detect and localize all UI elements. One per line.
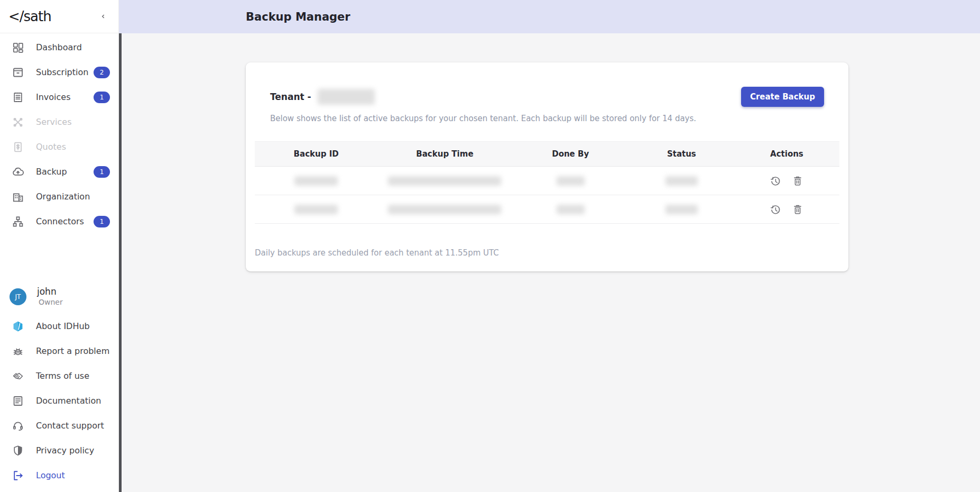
- sidebar-item-contact-support[interactable]: Contact support: [0, 413, 118, 438]
- dashboard-icon: [12, 41, 24, 54]
- sidebar-item-privacy-policy[interactable]: Privacy policy: [0, 438, 118, 463]
- sidebar-collapse-button[interactable]: [97, 11, 109, 22]
- sidebar-item-label: Backup: [36, 167, 67, 177]
- backup-cloud-icon: [12, 166, 24, 178]
- restore-history-icon: [770, 175, 781, 187]
- tenant-name-redacted: [318, 89, 375, 105]
- backups-table: Backup ID Backup Time Done By Status Act…: [255, 141, 839, 224]
- handshake-icon: [12, 370, 24, 382]
- user-role: Owner: [39, 298, 63, 306]
- trash-icon: [792, 204, 803, 215]
- bug-icon: [12, 345, 24, 358]
- column-header-backup-id: Backup ID: [255, 149, 377, 159]
- backup-time-redacted: [388, 176, 501, 186]
- backup-schedule-note: Daily backups are scheduled for each ten…: [255, 248, 839, 258]
- status-redacted: [665, 205, 698, 214]
- sidebar-item-label: Services: [36, 117, 71, 127]
- column-header-actions: Actions: [734, 149, 839, 159]
- sidebar-item-about-idhub[interactable]: About IDHub: [0, 314, 118, 339]
- subscription-icon: [12, 66, 24, 79]
- sidebar-item-dashboard[interactable]: Dashboard: [0, 35, 118, 60]
- sidebar-item-quotes: Quotes: [0, 134, 118, 159]
- user-block[interactable]: JT john Owner: [0, 286, 118, 306]
- app-window: </sath Dashboard Subscription 2: [0, 0, 980, 492]
- connectors-icon: [12, 215, 24, 228]
- card-description: Below shows the list of active backups f…: [246, 107, 848, 123]
- sidebar-item-logout[interactable]: Logout: [0, 463, 118, 488]
- topbar: Backup Manager: [119, 0, 980, 33]
- user-name: john: [37, 286, 63, 297]
- sidebar-item-label: Privacy policy: [36, 445, 94, 455]
- invoices-icon: [12, 91, 24, 104]
- idhub-hexagon-icon: [12, 320, 24, 333]
- sidebar-item-label: Contact support: [36, 421, 104, 431]
- sidebar: </sath Dashboard Subscription 2: [0, 0, 119, 492]
- connectors-badge: 1: [94, 216, 110, 227]
- quotes-icon: [12, 141, 24, 153]
- done-by-redacted: [557, 176, 585, 186]
- logout-icon: [12, 469, 24, 482]
- restore-backup-button[interactable]: [768, 174, 783, 188]
- done-by-redacted: [557, 205, 585, 214]
- sidebar-item-backup[interactable]: Backup 1: [0, 159, 118, 184]
- main-area: Backup Manager Tenant - Create Backup Be…: [119, 0, 980, 492]
- sidebar-item-label: Subscription: [36, 67, 88, 77]
- status-redacted: [665, 176, 698, 186]
- backup-id-redacted: [294, 205, 338, 214]
- sidebar-item-label: Invoices: [36, 92, 71, 102]
- table-row: [255, 167, 839, 195]
- shield-icon: [12, 444, 24, 457]
- sath-logo-text: </sath: [8, 8, 51, 24]
- table-row: [255, 195, 839, 224]
- sidebar-item-report-problem[interactable]: Report a problem: [0, 339, 118, 363]
- sath-logo: </sath: [8, 8, 51, 24]
- services-icon: [12, 116, 24, 129]
- sidebar-item-terms[interactable]: Terms of use: [0, 363, 118, 388]
- sidebar-item-label: Organization: [36, 192, 90, 202]
- trash-icon: [792, 175, 803, 187]
- subscription-badge: 2: [94, 67, 110, 78]
- sidebar-item-label: Quotes: [36, 142, 66, 152]
- sidebar-header: </sath: [0, 0, 118, 33]
- column-header-status: Status: [629, 149, 734, 159]
- sidebar-item-label: About IDHub: [36, 321, 90, 331]
- backup-time-redacted: [388, 205, 501, 214]
- delete-backup-button[interactable]: [790, 174, 805, 188]
- sidebar-item-invoices[interactable]: Invoices 1: [0, 85, 118, 110]
- sidebar-scrollbar[interactable]: [119, 33, 122, 492]
- backup-manager-card: Tenant - Create Backup Below shows the l…: [246, 62, 848, 271]
- sidebar-item-services: Services: [0, 110, 118, 134]
- invoices-badge: 1: [94, 92, 110, 103]
- tenant-label: Tenant -: [270, 92, 311, 102]
- tenant-title: Tenant -: [270, 89, 375, 105]
- sidebar-nav: Dashboard Subscription 2 Invoices 1: [0, 33, 118, 234]
- backup-id-redacted: [294, 176, 338, 186]
- organization-icon: [12, 190, 24, 203]
- sidebar-footer: About IDHub Report a problem Terms of us…: [0, 314, 118, 492]
- restore-backup-button[interactable]: [768, 202, 783, 217]
- sidebar-item-documentation[interactable]: Documentation: [0, 388, 118, 413]
- column-header-backup-time: Backup Time: [377, 149, 512, 159]
- sidebar-item-organization[interactable]: Organization: [0, 184, 118, 209]
- restore-history-icon: [770, 204, 781, 215]
- sidebar-item-connectors[interactable]: Connectors 1: [0, 209, 118, 234]
- card-header: Tenant - Create Backup: [246, 62, 848, 107]
- sidebar-item-label: Documentation: [36, 396, 101, 406]
- column-header-done-by: Done By: [512, 149, 629, 159]
- table-header-row: Backup ID Backup Time Done By Status Act…: [255, 141, 839, 167]
- delete-backup-button[interactable]: [790, 202, 805, 217]
- document-icon: [12, 395, 24, 407]
- headset-icon: [12, 420, 24, 432]
- create-backup-button[interactable]: Create Backup: [741, 87, 824, 107]
- page-title: Backup Manager: [246, 11, 350, 23]
- sidebar-item-label: Report a problem: [36, 346, 109, 356]
- sidebar-item-label: Logout: [36, 470, 65, 480]
- content-area: Tenant - Create Backup Below shows the l…: [119, 33, 980, 492]
- sidebar-item-label: Dashboard: [36, 42, 82, 52]
- sidebar-item-subscription[interactable]: Subscription 2: [0, 60, 118, 85]
- sidebar-item-label: Terms of use: [36, 371, 89, 381]
- backup-badge: 1: [94, 166, 110, 178]
- avatar: JT: [10, 288, 26, 305]
- sidebar-item-label: Connectors: [36, 216, 84, 226]
- chevron-left-icon: [99, 13, 107, 20]
